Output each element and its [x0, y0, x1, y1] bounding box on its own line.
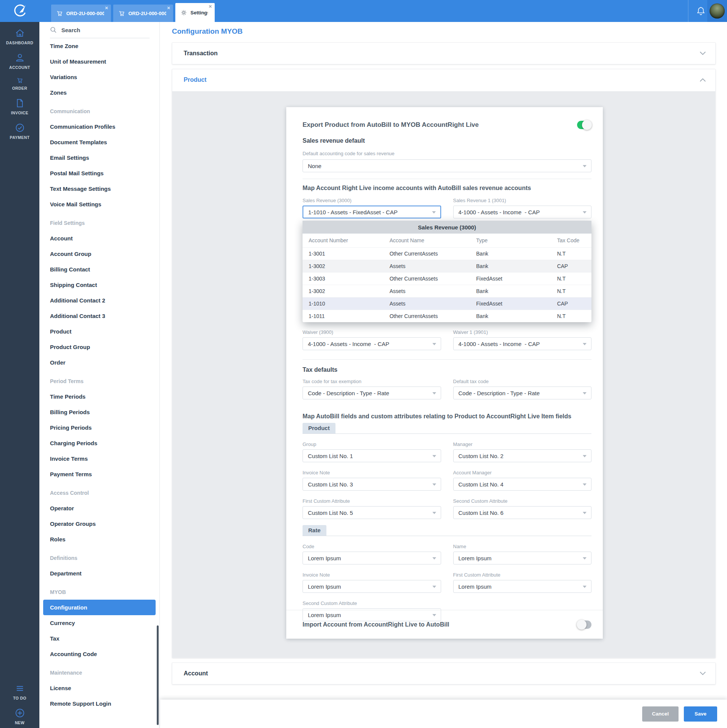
- close-icon[interactable]: ✕: [167, 6, 170, 11]
- menu-item-order[interactable]: Order: [39, 355, 159, 370]
- tab-ord-2u-000-0003[interactable]: ORD-2U-000-0003✕: [51, 5, 111, 22]
- search-input[interactable]: Search: [50, 26, 150, 38]
- nav-item-account[interactable]: ACCOUNT: [0, 53, 39, 70]
- default-accounting-code-select[interactable]: None: [303, 159, 591, 172]
- menu-item-account[interactable]: Account: [39, 231, 159, 246]
- app-logo-icon[interactable]: [0, 0, 39, 22]
- field-select[interactable]: Lorem Ipsum: [303, 552, 441, 564]
- transaction-section-header[interactable]: Transaction: [172, 43, 715, 64]
- account-option-row[interactable]: 1-1011Other CurrentAssetsBankN.T: [303, 310, 591, 322]
- account-option-row[interactable]: 1-3002AssetsBankN.T: [303, 285, 591, 297]
- product-section-header[interactable]: Product: [172, 69, 715, 90]
- menu-item-billing-periods[interactable]: Billing Periods: [39, 404, 159, 420]
- nav-item-new[interactable]: NEW: [0, 708, 39, 725]
- nav-item-payment[interactable]: PAYMENT: [0, 123, 39, 140]
- field-select[interactable]: Lorem Ipsum: [453, 580, 592, 593]
- field-select[interactable]: Custom List No. 4: [453, 478, 592, 491]
- account-option-row[interactable]: 1-3001Other CurrentAssetsBankN.T: [303, 247, 591, 260]
- menu-item-operator[interactable]: Operator: [39, 500, 159, 516]
- menu-item-voice-mail-settings[interactable]: Voice Mail Settings: [39, 196, 159, 212]
- action-footer: Cancel Save: [160, 700, 727, 728]
- menu-item-product[interactable]: Product: [39, 324, 159, 339]
- field-invoice-note: Invoice NoteLorem Ipsum: [303, 572, 441, 593]
- field-select[interactable]: Lorem Ipsum: [303, 580, 441, 593]
- account-option-row[interactable]: 1-1010AssetsFixedAssetCAP: [303, 297, 591, 310]
- menu-item-billing-contact[interactable]: Billing Contact: [39, 262, 159, 277]
- tab-ord-2u-000-0004[interactable]: ORD-2U-000-0004✕: [113, 5, 173, 22]
- nav-item-order[interactable]: ORDER: [0, 77, 39, 90]
- menu-item-department[interactable]: Department: [39, 566, 159, 581]
- menu-item-postal-mail-settings[interactable]: Postal Mail Settings: [39, 165, 159, 181]
- field-label: Waiver 1 (3901): [453, 329, 592, 335]
- home-icon: [15, 28, 25, 38]
- menu-item-accounting-code[interactable]: Accounting Code: [39, 646, 159, 662]
- menu-scrollbar-thumb[interactable]: [157, 625, 159, 725]
- menu-item-operator-groups[interactable]: Operator Groups: [39, 516, 159, 532]
- nav-item-label: ACCOUNT: [9, 65, 30, 70]
- menu-item-document-templates[interactable]: Document Templates: [39, 134, 159, 150]
- export-product-toggle[interactable]: [577, 121, 591, 129]
- menu-item-remote-support-login[interactable]: Remote Support Login: [39, 696, 159, 711]
- menu-item-text-message-settings[interactable]: Text Message Settings: [39, 181, 159, 196]
- field-select[interactable]: Custom List No. 1: [303, 449, 441, 462]
- cancel-button[interactable]: Cancel: [642, 706, 679, 722]
- chip-product[interactable]: Product: [303, 423, 335, 433]
- menu-item-roles[interactable]: Roles: [39, 532, 159, 547]
- menu-item-communication-profiles[interactable]: Communication Profiles: [39, 119, 159, 134]
- field-select[interactable]: 4-1000 - Assets - Income - CAP: [453, 206, 592, 218]
- account-section-header[interactable]: Account: [172, 663, 715, 684]
- menu-item-charging-periods[interactable]: Charging Periods: [39, 435, 159, 451]
- menu-item-currency[interactable]: Currency: [39, 615, 159, 631]
- select-value: Lorem Ipsum: [459, 555, 492, 561]
- account-option-row[interactable]: 1-3002AssetsBankCAP: [303, 260, 591, 272]
- menu-item-time-zone[interactable]: Time Zone: [39, 38, 159, 54]
- field-select[interactable]: Code - Description - Type - Rate: [453, 387, 592, 399]
- field-select[interactable]: 4-1000 - Assets - Income - CAP: [453, 337, 592, 350]
- menu-item-zones[interactable]: Zones: [39, 85, 159, 100]
- close-icon[interactable]: ✕: [209, 4, 212, 9]
- nav-item-to-do[interactable]: TO DO: [0, 683, 39, 700]
- nav-item-invoice[interactable]: INVOICE: [0, 98, 39, 115]
- field-select[interactable]: Code - Description - Type - Rate: [303, 387, 441, 399]
- menu-item-shipping-contact[interactable]: Shipping Contact: [39, 277, 159, 293]
- menu-item-license[interactable]: License: [39, 680, 159, 696]
- menu-item-time-periods[interactable]: Time Periods: [39, 389, 159, 404]
- menu-item-additional-contact-2[interactable]: Additional Contact 2: [39, 293, 159, 308]
- menu-item-configuration[interactable]: Configuration: [43, 600, 156, 615]
- close-icon[interactable]: ✕: [105, 6, 108, 11]
- select-value: Lorem Ipsum: [308, 583, 341, 590]
- chip-rate[interactable]: Rate: [303, 525, 326, 536]
- field-group-product: ProductGroupCustom List No. 1ManagerCust…: [303, 423, 591, 519]
- field-select[interactable]: Lorem Ipsum: [453, 552, 592, 564]
- menu-item-invoice-terms[interactable]: Invoice Terms: [39, 451, 159, 466]
- field-select[interactable]: Custom List No. 6: [453, 506, 592, 519]
- nav-item-dashboard[interactable]: DASHBOARD: [0, 28, 39, 45]
- menu-item-unit-of-measurement[interactable]: Unit of Measurement: [39, 54, 159, 69]
- field-label: Group: [303, 441, 441, 447]
- menu-item-tax[interactable]: Tax: [39, 631, 159, 646]
- select-caret-icon: [583, 483, 587, 486]
- save-button[interactable]: Save: [684, 706, 717, 722]
- field-select[interactable]: Custom List No. 2: [453, 449, 592, 462]
- field-select[interactable]: Custom List No. 3: [303, 478, 441, 491]
- field-label: Manager: [453, 441, 592, 447]
- field-select[interactable]: 4-1000 - Assets - Income - CAP: [303, 337, 441, 350]
- menu-item-additional-contact-3[interactable]: Additional Contact 3: [39, 308, 159, 324]
- field-name: NameLorem Ipsum: [453, 544, 592, 564]
- menu-item-product-group[interactable]: Product Group: [39, 339, 159, 355]
- cart-icon: [17, 77, 23, 84]
- user-avatar[interactable]: [707, 0, 727, 22]
- notifications-bell-icon[interactable]: [696, 6, 706, 16]
- field-select[interactable]: 1-1010 - Assets - FixedAsset - CAP: [303, 206, 441, 218]
- menu-item-variations[interactable]: Variations: [39, 69, 159, 85]
- field-select[interactable]: Custom List No. 5: [303, 506, 441, 519]
- tab-settings[interactable]: Settings✕: [175, 3, 215, 22]
- divider: [303, 359, 591, 360]
- menu-item-account-group[interactable]: Account Group: [39, 246, 159, 262]
- import-account-toggle[interactable]: [577, 620, 591, 629]
- menu-item-email-settings[interactable]: Email Settings: [39, 150, 159, 165]
- select-caret-icon: [432, 343, 436, 345]
- account-option-row[interactable]: 1-3003Other CurrentAssetsFixedAssetN.T: [303, 272, 591, 285]
- menu-item-pricing-periods[interactable]: Pricing Periods: [39, 420, 159, 435]
- menu-item-payment-terms[interactable]: Payment Terms: [39, 466, 159, 482]
